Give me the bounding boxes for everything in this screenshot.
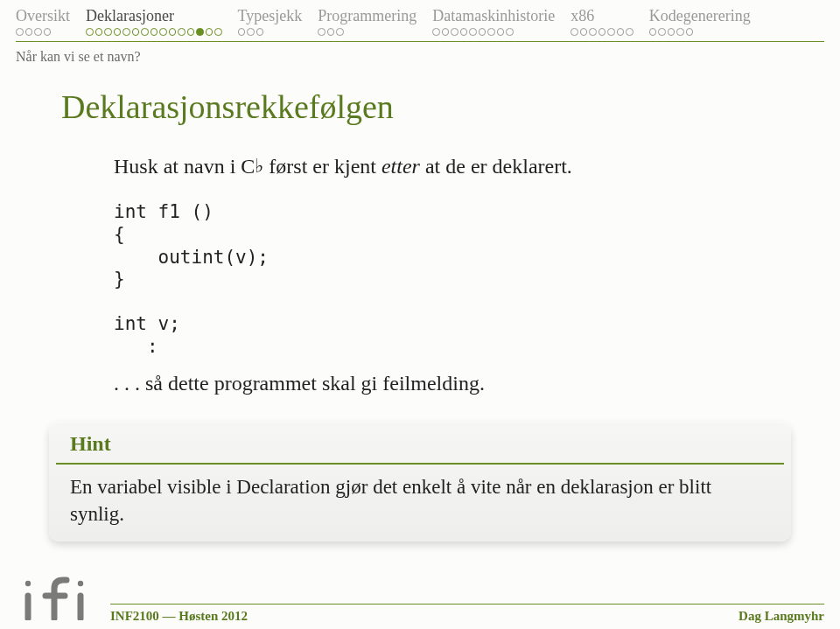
progress-dot[interactable] bbox=[150, 28, 158, 36]
intro-mid: først er kjent bbox=[263, 155, 382, 178]
slide-body: Husk at navn i C♭ først er kjent etter a… bbox=[0, 126, 840, 397]
nav-item-0[interactable]: Oversikt bbox=[16, 7, 70, 36]
progress-dot[interactable] bbox=[178, 28, 186, 36]
intro-pre: Husk at navn i C bbox=[114, 155, 255, 178]
progress-dot[interactable] bbox=[327, 28, 335, 36]
nav-item-2[interactable]: Typesjekk bbox=[238, 7, 303, 36]
nav-label: Datamaskinhistorie bbox=[432, 7, 555, 25]
progress-dot[interactable] bbox=[196, 28, 204, 36]
progress-dot[interactable] bbox=[676, 28, 684, 36]
nav-tabs: OversiktDeklarasjonerTypesjekkProgrammer… bbox=[0, 0, 840, 36]
progress-dot[interactable] bbox=[649, 28, 657, 36]
hint-divider bbox=[56, 463, 784, 465]
progress-dot[interactable] bbox=[141, 28, 149, 36]
progress-dot[interactable] bbox=[607, 28, 615, 36]
nav-label: Typesjekk bbox=[238, 7, 303, 25]
progress-dot[interactable] bbox=[122, 28, 130, 36]
section-subtitle: Når kan vi se et navn? bbox=[0, 42, 840, 65]
progress-dot[interactable] bbox=[336, 28, 344, 36]
progress-dot[interactable] bbox=[626, 28, 634, 36]
footer-divider bbox=[110, 604, 824, 605]
progress-dot[interactable] bbox=[460, 28, 468, 36]
svg-point-1 bbox=[25, 581, 31, 586]
progress-dot[interactable] bbox=[104, 28, 112, 36]
progress-dot[interactable] bbox=[187, 28, 195, 36]
nav-item-3[interactable]: Programmering bbox=[318, 7, 416, 36]
nav-label: x86 bbox=[570, 7, 594, 25]
progress-dot[interactable] bbox=[16, 28, 24, 36]
progress-dot[interactable] bbox=[487, 28, 495, 36]
hint-title: Hint bbox=[49, 422, 791, 459]
progress-dot[interactable] bbox=[617, 28, 625, 36]
progress-dot[interactable] bbox=[238, 28, 246, 36]
svg-point-4 bbox=[78, 581, 83, 586]
progress-dot[interactable] bbox=[256, 28, 264, 36]
nav-item-5[interactable]: x86 bbox=[570, 7, 634, 36]
nav-progress-dots bbox=[238, 28, 264, 36]
nav-progress-dots bbox=[570, 28, 634, 36]
nav-item-4[interactable]: Datamaskinhistorie bbox=[432, 7, 555, 36]
progress-dot[interactable] bbox=[686, 28, 694, 36]
slide: OversiktDeklarasjonerTypesjekkProgrammer… bbox=[0, 0, 840, 629]
progress-dot[interactable] bbox=[442, 28, 450, 36]
flat-symbol: ♭ bbox=[255, 155, 263, 177]
nav-label: Oversikt bbox=[16, 7, 70, 25]
progress-dot[interactable] bbox=[497, 28, 505, 36]
slide-title: Deklarasjonsrekkefølgen bbox=[0, 65, 840, 126]
nav-progress-dots bbox=[16, 28, 51, 36]
nav-item-6[interactable]: Kodegenerering bbox=[649, 7, 751, 36]
progress-dot[interactable] bbox=[132, 28, 140, 36]
footer-left: INF2100 — Høsten 2012 bbox=[110, 609, 248, 624]
hint-text: En variabel visible i Declaration gjør d… bbox=[49, 473, 791, 528]
footer: INF2100 — Høsten 2012 Dag Langmyhr bbox=[0, 577, 840, 629]
footer-right: Dag Langmyhr bbox=[738, 609, 824, 624]
nav-label: Deklarasjoner bbox=[86, 7, 174, 25]
progress-dot[interactable] bbox=[25, 28, 33, 36]
progress-dot[interactable] bbox=[114, 28, 122, 36]
progress-dot[interactable] bbox=[479, 28, 486, 36]
progress-dot[interactable] bbox=[318, 28, 326, 36]
progress-dot[interactable] bbox=[206, 28, 214, 36]
progress-dot[interactable] bbox=[44, 28, 52, 36]
progress-dot[interactable] bbox=[247, 28, 255, 36]
nav-progress-dots bbox=[318, 28, 344, 36]
progress-dot[interactable] bbox=[589, 28, 597, 36]
nav-label: Programmering bbox=[318, 7, 416, 25]
progress-dot[interactable] bbox=[169, 28, 177, 36]
intro-text: Husk at navn i C♭ først er kjent etter a… bbox=[114, 152, 779, 180]
progress-dot[interactable] bbox=[214, 28, 222, 36]
progress-dot[interactable] bbox=[668, 28, 676, 36]
progress-dot[interactable] bbox=[580, 28, 588, 36]
nav-progress-dots bbox=[432, 28, 514, 36]
outro-text: . . . så dette programmet skal gi feilme… bbox=[114, 369, 779, 397]
progress-dot[interactable] bbox=[598, 28, 606, 36]
progress-dot[interactable] bbox=[451, 28, 458, 36]
progress-dot[interactable] bbox=[506, 28, 514, 36]
progress-dot[interactable] bbox=[86, 28, 94, 36]
progress-dot[interactable] bbox=[658, 28, 666, 36]
progress-dot[interactable] bbox=[570, 28, 578, 36]
intro-em: etter bbox=[382, 155, 420, 178]
progress-dot[interactable] bbox=[469, 28, 477, 36]
intro-post: at de er deklarert. bbox=[420, 155, 572, 178]
progress-dot[interactable] bbox=[34, 28, 42, 36]
progress-dot[interactable] bbox=[432, 28, 440, 36]
progress-dot[interactable] bbox=[159, 28, 167, 36]
nav-progress-dots bbox=[86, 28, 222, 36]
code-block: int f1 () { outint(v); } int v; : bbox=[114, 201, 779, 358]
nav-label: Kodegenerering bbox=[649, 7, 751, 25]
nav-progress-dots bbox=[649, 28, 694, 36]
hint-box: Hint En variabel visible i Declaration g… bbox=[49, 422, 791, 542]
progress-dot[interactable] bbox=[95, 28, 103, 36]
ifi-logo-icon bbox=[16, 575, 103, 624]
nav-item-1[interactable]: Deklarasjoner bbox=[86, 7, 222, 36]
